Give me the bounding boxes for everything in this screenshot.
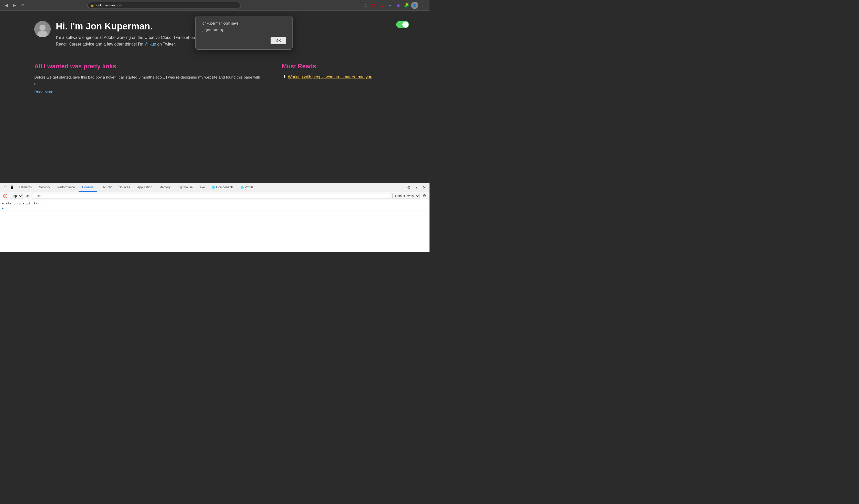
tab-security[interactable]: Security <box>97 183 115 192</box>
extension-btn-3[interactable]: ✦ <box>387 2 394 9</box>
alert-site-text: jonkuperman.com says <box>202 21 286 25</box>
filter-container <box>32 193 391 199</box>
filter-input[interactable] <box>34 194 389 198</box>
log-levels-select[interactable]: Default levels <box>392 193 420 199</box>
devtools-device-btn[interactable]: 📱 <box>9 184 15 191</box>
reload-button[interactable]: ↻ <box>19 2 26 9</box>
toggle-container <box>396 21 409 28</box>
post-excerpt: Before we get started, give this bad boy… <box>34 74 261 87</box>
console-arrow-1: ▶ <box>2 202 4 205</box>
alert-dialog: jonkuperman.com says [object Object] OK <box>195 16 292 50</box>
read-more-link[interactable]: Read More → <box>34 90 58 94</box>
tab-components[interactable]: Components <box>208 183 237 192</box>
extension-btn-2[interactable]: L <box>378 2 386 9</box>
devtools-settings-btn[interactable]: ⚙ <box>405 184 412 191</box>
menu-button[interactable]: ⋮ <box>419 2 426 9</box>
devtools-more-btn[interactable]: ⋮ <box>413 184 420 191</box>
alert-ok-button[interactable]: OK <box>271 37 286 44</box>
tab-elements[interactable]: Elements <box>15 183 35 192</box>
back-button[interactable]: ◀ <box>3 2 9 9</box>
tab-application[interactable]: Application <box>134 183 156 192</box>
address-bar[interactable]: 🔒 jonkuperman.com <box>87 2 241 9</box>
toggle-switch[interactable] <box>396 21 409 28</box>
must-read-link-1[interactable]: Working with people who are smarter than… <box>288 75 373 79</box>
content-columns: All I wanted was pretty links Before we … <box>34 63 395 94</box>
svg-point-1 <box>40 25 46 31</box>
console-line-1: ▶ alert({postId: 17}) <box>2 201 427 206</box>
console-line-2: ▶ <box>2 206 427 211</box>
profile-avatar[interactable]: 👤 <box>411 2 418 9</box>
devtools-close-btn[interactable]: ✕ <box>421 184 427 191</box>
tab-lighthouse[interactable]: Lighthouse <box>174 183 196 192</box>
devtools-panel: ⬚ 📱 Elements Network Performance Console… <box>0 183 430 252</box>
avatar <box>34 21 51 37</box>
tab-sources[interactable]: Sources <box>115 183 134 192</box>
side-column: Must Reads Working with people who are s… <box>282 63 395 94</box>
console-text-1: alert({postId: 17}) <box>6 202 41 205</box>
console-arrow-2: ▶ <box>2 207 4 210</box>
tab-performance[interactable]: Performance <box>54 183 79 192</box>
twitter-link[interactable]: @jkup <box>145 42 156 46</box>
tab-memory[interactable]: Memory <box>156 183 174 192</box>
devtools-subbar: 🚫 top 👁 Default levels ⚙ <box>0 192 430 200</box>
url-text: jonkuperman.com <box>96 3 238 7</box>
tab-profiler[interactable]: Profiler <box>237 183 258 192</box>
list-item: Working with people who are smarter than… <box>288 74 395 80</box>
devtools-action-buttons: ⚙ ⋮ ✕ <box>405 184 427 191</box>
browser-chrome: ◀ ▶ ↻ 🔒 jonkuperman.com ☆ M L ✦ ◉ 🧩 👤 ⋮ <box>0 0 430 11</box>
lock-icon: 🔒 <box>91 4 94 7</box>
star-button[interactable]: ☆ <box>362 2 369 9</box>
tab-axe[interactable]: axe <box>196 183 208 192</box>
browser-actions: ☆ M L ✦ ◉ 🧩 👤 ⋮ <box>362 2 426 9</box>
must-reads-title: Must Reads <box>282 63 395 70</box>
console-eye-btn[interactable]: 👁 <box>24 193 30 199</box>
context-selector[interactable]: top <box>10 193 23 199</box>
tab-network[interactable]: Network <box>35 183 54 192</box>
devtools-tabs-toolbar: ⬚ 📱 Elements Network Performance Console… <box>0 183 430 192</box>
tab-console[interactable]: Console <box>79 183 97 192</box>
alert-message-text: [object Object] <box>202 28 286 32</box>
page-content: jonkuperman.com says [object Object] OK … <box>0 11 430 183</box>
forward-button[interactable]: ▶ <box>11 2 17 9</box>
console-clear-btn[interactable]: 🚫 <box>2 193 8 199</box>
extension-btn-4[interactable]: ◉ <box>395 2 402 9</box>
main-column: All I wanted was pretty links Before we … <box>34 63 261 94</box>
console-input-line[interactable] <box>6 207 8 210</box>
extension-btn-5[interactable]: 🧩 <box>403 2 410 9</box>
console-settings-btn[interactable]: ⚙ <box>421 193 427 199</box>
devtools-console[interactable]: ▶ alert({postId: 17}) ▶ <box>0 200 430 252</box>
devtools-inspect-btn[interactable]: ⬚ <box>2 184 9 191</box>
extension-btn-1[interactable]: M <box>370 2 377 9</box>
toggle-knob <box>402 21 408 28</box>
post-title: All I wanted was pretty links <box>34 63 261 70</box>
must-reads-list: Working with people who are smarter than… <box>282 74 395 80</box>
